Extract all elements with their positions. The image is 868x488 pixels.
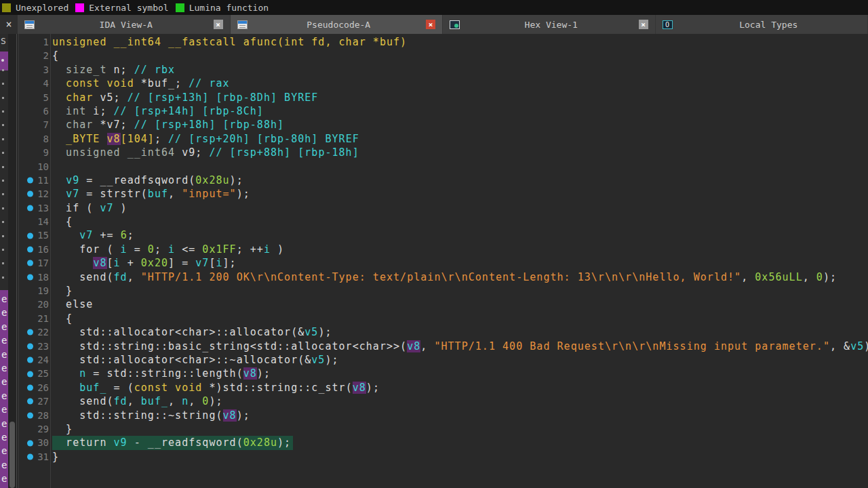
close-tab-icon[interactable]: × [426,20,435,29]
strip-mark [2,69,4,71]
code-line[interactable]: 9 unsigned __int64 v9; // [rsp+88h] [rbp… [19,146,868,159]
code-text: unsigned __int64 __fastcall afunc(int fd… [52,35,407,49]
code-text: send(fd, buf_, n, 0); [52,394,223,408]
code-text: std::string::~string(v8); [52,409,250,422]
code-token: v9 [66,174,79,186]
tab-local-types[interactable]: OLocal Types [656,15,868,34]
code-line[interactable]: 11 v9 = __readfsqword(0x28u); [19,174,868,187]
code-line[interactable]: 2{ [19,49,868,62]
statement-dot[interactable] [27,371,33,377]
close-tab-icon[interactable]: × [214,20,223,29]
line-number: 8 [19,132,49,146]
code-line[interactable]: 30 return v9 - __readfsqword(0x28u); [19,436,868,449]
line-number: 23 [19,340,49,353]
statement-dot[interactable] [27,440,33,446]
code-line[interactable]: 1unsigned __int64 __fastcall afunc(int f… [19,35,868,49]
code-line[interactable]: 10 [19,160,868,174]
code-line[interactable]: 8 _BYTE v8[104]; // [rsp+20h] [rbp-80h] … [19,132,868,146]
close-all-tabs-button[interactable]: × [0,15,18,34]
statement-dot[interactable] [27,329,33,336]
strip-mark [2,277,4,279]
statement-dot[interactable] [27,453,33,460]
code-text: { [52,215,73,228]
code-token: std::allocator<char>::allocator(& [52,326,304,338]
code-line[interactable]: 17 v8[i + 0x20] = v7[i]; [19,256,868,270]
code-token: n [79,367,86,380]
statement-dot[interactable] [27,205,33,211]
statement-dot[interactable] [27,274,33,280]
tab-hex-view-1[interactable]: Hex View-1× [443,15,656,34]
code-token: char [52,119,93,131]
code-lines[interactable]: 1unsigned __int64 __fastcall afunc(int f… [19,34,868,488]
tab-ida-view-a[interactable]: IDA View-A× [18,15,231,34]
statement-dot[interactable] [27,357,33,363]
statement-dot[interactable] [27,191,33,197]
code-token [52,174,66,186]
code-token: int [52,105,86,117]
code-line[interactable]: 4 const void *buf_; // rax [19,77,868,90]
code-token: ); [209,395,222,407]
code-line[interactable]: 23 std::string::basic_string<std::alloca… [19,340,868,353]
code-line[interactable]: 13 if ( v7 ) [19,201,868,215]
code-token: std::string::~string( [52,409,223,422]
code-text: unsigned __int64 v9; // [rsp+88h] [rbp-1… [52,146,359,159]
code-line[interactable]: 29 } [19,422,868,436]
code-line[interactable]: 6 int i; // [rsp+14h] [rbp-8Ch] [19,104,868,118]
code-line[interactable]: 20 else [19,298,868,311]
code-token: [ [107,257,114,269]
strip-mark [2,180,4,182]
code-token: 0x56uLL [755,271,802,283]
code-line[interactable]: 3 size_t n; // rbx [19,63,868,77]
vertical-scrollbar[interactable] [8,34,16,488]
code-token: const void [134,382,203,394]
code-line[interactable]: 5 char v5; // [rsp+13h] [rbp-8Dh] BYREF [19,91,868,104]
strip-mark [2,138,4,140]
code-line[interactable]: 16 for ( i = 0; i <= 0x1FF; ++i ) [19,243,868,256]
statement-dot[interactable] [27,343,33,349]
close-tab-icon[interactable]: × [639,20,648,29]
code-line[interactable]: 24 std::allocator<char>::~allocator(&v5)… [19,353,868,367]
tab-pseudocode-a[interactable]: Pseudocode-A× [231,15,443,34]
code-line[interactable]: 27 send(fd, buf_, n, 0); [19,394,868,408]
statement-dot[interactable] [27,384,33,390]
code-token: v5; [93,92,127,104]
panel-splitter[interactable] [16,34,17,488]
legend-color-swatch [2,3,11,12]
scrollbar-thumb[interactable] [9,422,15,488]
docked-panel-strip[interactable]: S eeeeeeeeeeeeee [0,34,8,488]
code-line[interactable]: 14 { [19,215,868,228]
code-line[interactable]: 19 } [19,284,868,298]
docked-panel-label: S [1,36,6,46]
code-line[interactable]: 28 std::string::~string(v8); [19,409,868,422]
strip-letter: e [0,361,8,375]
code-line[interactable]: 31} [19,450,868,464]
code-token: = ( [107,382,134,394]
statement-dot[interactable] [27,178,33,184]
code-line[interactable]: 21 { [19,312,868,325]
code-token: *buf_; [134,77,189,89]
code-line[interactable]: 26 buf_ = (const void *)std::string::c_s… [19,381,868,394]
code-token: char [52,92,93,104]
code-token: std::string::basic_string<std::allocator… [52,340,407,352]
code-line[interactable]: 15 v7 += 6; [19,228,868,242]
legend-item: External symbol [75,3,168,13]
code-token: // rax [189,77,229,89]
code-token: += [93,229,120,241]
code-line[interactable]: 22 std::allocator<char>::allocator(&v5); [19,325,868,339]
code-line[interactable]: 12 v7 = strstr(buf, "input="); [19,187,868,201]
code-token: fd [114,271,127,283]
statement-dot[interactable] [27,412,33,418]
code-text: char v5; // [rsp+13h] [rbp-8Dh] BYREF [52,91,318,104]
code-token: *v7; [93,119,134,131]
code-token: unsigned __int64 __fastcall afunc(int fd… [52,36,407,48]
statement-dot[interactable] [27,399,33,405]
code-token: // [rsp+18h] [rbp-88h] [134,119,284,131]
code-line[interactable]: 18 send(fd, "HTTP/1.1 200 OK\r\nContent-… [19,270,868,284]
statement-dot[interactable] [27,247,33,253]
code-line[interactable]: 7 char *v7; // [rsp+18h] [rbp-88h] [19,118,868,131]
code-token: , [168,395,182,407]
statement-dot[interactable] [27,260,33,266]
code-line[interactable]: 25 n = std::string::length(v8); [19,367,868,380]
statement-dot[interactable] [27,232,33,239]
code-token: { [52,49,59,62]
